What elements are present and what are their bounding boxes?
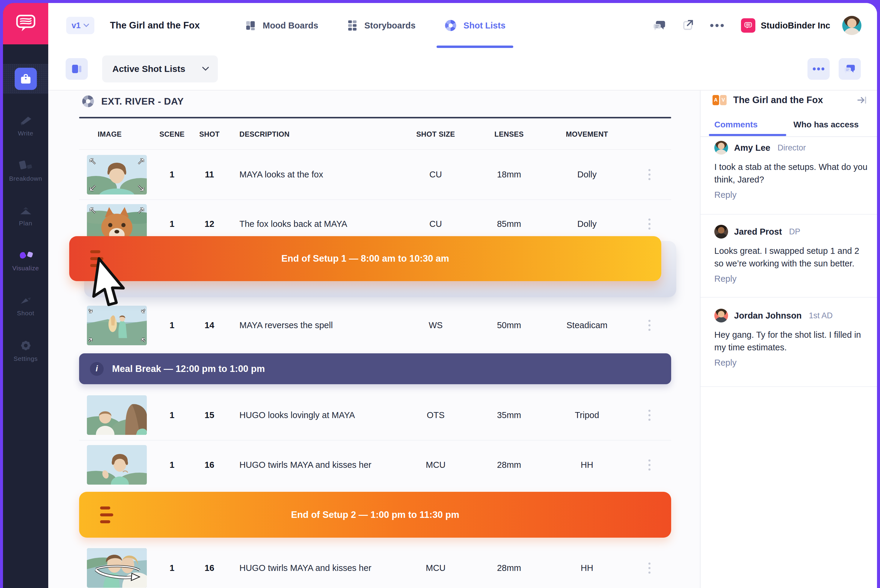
sidebar-item-visualize[interactable]: Visualize (3, 240, 48, 282)
lenses-cell[interactable]: 18mm (472, 170, 547, 180)
scene-cell[interactable]: 1 (151, 563, 193, 573)
shot-list-view-dropdown[interactable]: Active Shot Lists (102, 56, 218, 82)
view-dropdown-label: Active Shot Lists (112, 64, 185, 74)
panel-comments-button[interactable] (839, 58, 861, 80)
description-cell[interactable]: HUGO twirls MAYA and kisses her (226, 563, 400, 573)
tab-label: Shot Lists (463, 21, 505, 31)
description-cell[interactable]: HUGO twirls MAYA and kisses her (226, 460, 400, 470)
movement-cell[interactable]: Dolly (547, 219, 627, 229)
storyboard-kiss-pan[interactable] (87, 548, 147, 588)
row-menu-icon[interactable] (627, 459, 671, 471)
briefcase-icon (19, 73, 32, 85)
table-row[interactable]: 1 16 HUGO twirls MAYA and kisses her MCU… (79, 546, 671, 588)
lenses-cell[interactable]: 28mm (472, 460, 547, 470)
sidebar-item-settings[interactable]: Settings (3, 330, 48, 372)
board-view-button[interactable] (66, 58, 88, 80)
scene-cell[interactable]: 1 (151, 410, 193, 420)
active-tab-underline (709, 134, 786, 136)
project-title: The Girl and the Fox (110, 20, 200, 31)
storyboard-maya-close-up[interactable] (87, 155, 147, 195)
sidebar-item-plan[interactable]: Plan (3, 195, 48, 237)
mouse-cursor (91, 257, 133, 313)
av-script-icon: AV (712, 95, 727, 105)
row-menu-icon[interactable] (627, 410, 671, 421)
top-bar: v1 The Girl and the Fox Mood Boards (48, 3, 877, 48)
movement-cell[interactable]: Steadicam (547, 320, 627, 330)
shot-cell[interactable]: 16 (193, 563, 226, 573)
lenses-cell[interactable]: 50mm (472, 320, 547, 330)
shot-cell[interactable]: 16 (193, 460, 226, 470)
sidebar-item-shoot[interactable]: Shoot (3, 285, 48, 327)
tab-shot-lists[interactable]: Shot Lists (444, 3, 505, 48)
shot-size-cell[interactable]: MCU (400, 563, 472, 573)
movement-cell[interactable]: HH (547, 563, 627, 573)
tab-label: Storyboards (364, 21, 415, 31)
version-dropdown[interactable]: v1 (66, 17, 94, 34)
comments-icon[interactable] (653, 19, 666, 32)
shot-size-cell[interactable]: CU (400, 219, 472, 229)
collapse-panel-icon[interactable] (857, 96, 867, 105)
table-row[interactable]: 1 16 HUGO twirls MAYA and kisses her MCU… (79, 441, 671, 489)
tab-comments[interactable]: Comments (714, 120, 758, 129)
info-icon: i (90, 362, 103, 376)
lenses-cell[interactable]: 85mm (472, 219, 547, 229)
more-dots-icon[interactable] (710, 23, 724, 28)
list-more-button[interactable] (808, 58, 830, 80)
row-menu-icon[interactable] (627, 320, 671, 331)
shot-size-cell[interactable]: MCU (400, 460, 472, 470)
tab-mood-boards[interactable]: Mood Boards (245, 3, 318, 48)
column-header: SHOT (193, 130, 226, 138)
scene-cell[interactable]: 1 (151, 320, 193, 330)
breakdown-icon (18, 159, 33, 172)
storyboard-maya-mcu[interactable] (87, 445, 147, 484)
shot-cell[interactable]: 14 (193, 320, 226, 330)
meal-break-banner[interactable]: i Meal Break — 12:00 pm to 1:00 pm (79, 353, 671, 384)
description-cell[interactable]: MAYA reverses the spell (226, 320, 400, 330)
studiobinder-logo[interactable] (3, 3, 48, 44)
user-avatar[interactable] (842, 16, 861, 35)
more-dots-icon (813, 67, 825, 71)
shot-size-cell[interactable]: WS (400, 320, 472, 330)
scene-heading: EXT. RIVER - DAY (81, 95, 184, 108)
reply-link[interactable]: Reply (714, 274, 736, 284)
scene-cell[interactable]: 1 (151, 460, 193, 470)
lenses-cell[interactable]: 28mm (472, 563, 547, 573)
scene-cell[interactable]: 1 (151, 219, 193, 229)
setup-1-banner[interactable]: End of Setup 1 — 8:00 am to 10:30 am (69, 236, 661, 281)
sidebar-item-write[interactable]: Write (3, 105, 48, 147)
drag-handle-icon[interactable] (100, 507, 113, 523)
storyboard-hugo-ots[interactable] (87, 395, 147, 435)
movement-cell[interactable]: Dolly (547, 170, 627, 180)
shot-size-cell[interactable]: OTS (400, 410, 472, 420)
reply-link[interactable]: Reply (714, 190, 736, 200)
table-row[interactable]: 1 14 MAYA reverses the spell WS 50mm Ste… (79, 297, 671, 353)
sidebar-item-projects[interactable] (3, 64, 48, 94)
shot-cell[interactable]: 11 (193, 170, 226, 180)
description-cell[interactable]: MAYA looks at the fox (226, 170, 400, 180)
table-row[interactable]: 1 15 HUGO looks lovingly at MAYA OTS 35m… (79, 390, 671, 441)
setup-2-banner[interactable]: End of Setup 2 — 1:00 pm to 11:30 pm (79, 492, 671, 538)
reply-link[interactable]: Reply (714, 358, 736, 368)
shot-cell[interactable]: 15 (193, 410, 226, 420)
movement-cell[interactable]: Tripod (547, 410, 627, 420)
tab-label: Mood Boards (263, 21, 318, 31)
setup-banner-label: End of Setup 1 — 8:00 am to 10:30 am (281, 253, 449, 264)
lenses-cell[interactable]: 35mm (472, 410, 547, 420)
tab-storyboards[interactable]: Storyboards (347, 3, 415, 48)
tab-who-has-access[interactable]: Who has access (793, 120, 859, 129)
comment-body: Looks great. I swapped setup 1 and 2 so … (714, 244, 868, 270)
row-menu-icon[interactable] (627, 169, 671, 180)
workspace-switcher[interactable]: StudioBinder Inc (741, 18, 830, 33)
table-row[interactable]: 1 11 MAYA looks at the fox CU 18mm Dolly (79, 150, 671, 200)
row-menu-icon[interactable] (627, 562, 671, 574)
movement-cell[interactable]: HH (547, 460, 627, 470)
share-icon[interactable] (682, 19, 694, 32)
column-header: SHOT SIZE (400, 130, 472, 138)
row-menu-icon[interactable] (627, 219, 671, 230)
scene-cell[interactable]: 1 (151, 170, 193, 180)
description-cell[interactable]: The fox looks back at MAYA (226, 219, 400, 229)
description-cell[interactable]: HUGO looks lovingly at MAYA (226, 410, 400, 420)
sidebar-item-breakdown[interactable]: Breakdown (3, 150, 48, 192)
shot-size-cell[interactable]: CU (400, 170, 472, 180)
shot-cell[interactable]: 12 (193, 219, 226, 229)
